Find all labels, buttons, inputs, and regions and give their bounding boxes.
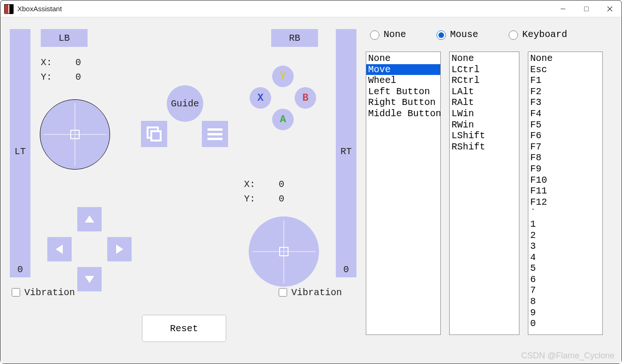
list-item[interactable]: 5	[528, 263, 602, 274]
mapping-mode-radios: None Mouse Keyboard	[366, 29, 612, 40]
right-stick-x: 0	[279, 179, 284, 190]
left-trigger[interactable]: LT 0	[10, 29, 30, 277]
svg-rect-5	[151, 131, 161, 141]
list-item[interactable]: F4	[528, 108, 602, 119]
right-stick[interactable]	[249, 216, 319, 287]
list-item[interactable]: 1	[528, 219, 602, 230]
list-item[interactable]: Left Button	[366, 86, 440, 97]
svg-rect-6	[207, 128, 222, 131]
list-item[interactable]: F5	[528, 119, 602, 131]
mapping-lists: NoneMoveWheelLeft ButtonRight ButtonMidd…	[366, 52, 612, 357]
mapping-area: None Mouse Keyboard NoneMoveWheelLeft Bu…	[366, 29, 612, 357]
left-trigger-label: LT	[15, 146, 26, 157]
radio-none-input[interactable]	[370, 30, 379, 40]
list-item[interactable]: F11	[528, 186, 602, 197]
left-stick-x-label: X:	[41, 57, 52, 68]
svg-marker-12	[116, 245, 123, 254]
right-stick-y: 0	[279, 193, 284, 204]
list-item[interactable]: LAlt	[450, 86, 519, 97]
dpad-up[interactable]	[77, 207, 102, 231]
list-item[interactable]: F10	[528, 175, 602, 186]
list-item[interactable]: Right Button	[366, 97, 440, 108]
list-item[interactable]: 9	[528, 307, 602, 319]
right-vibration[interactable]: Vibration	[277, 287, 342, 298]
back-button[interactable]	[141, 121, 167, 147]
left-stick-x: 0	[75, 57, 81, 68]
list-item[interactable]: F2	[528, 86, 602, 97]
list-item[interactable]: LCtrl	[450, 64, 519, 75]
mouse-list[interactable]: NoneMoveWheelLeft ButtonRight ButtonMidd…	[366, 52, 441, 335]
left-stick-readout: X:0 Y:0	[41, 57, 81, 86]
list-item[interactable]: None	[450, 53, 519, 64]
guide-button[interactable]: Guide	[167, 85, 203, 122]
left-vibration-checkbox[interactable]	[12, 288, 20, 297]
radio-mouse-input[interactable]	[437, 30, 446, 40]
face-button-a[interactable]: A	[272, 109, 294, 130]
list-item[interactable]: RAlt	[450, 97, 519, 108]
list-item[interactable]: F1	[528, 75, 602, 86]
keyboard-list[interactable]: NoneEscF1F2F3F4F5F6F7F8F9F10F11F12`12345…	[528, 52, 603, 335]
svg-rect-7	[207, 133, 222, 135]
left-vibration[interactable]: Vibration	[10, 287, 75, 298]
back-icon	[146, 126, 162, 142]
right-vibration-checkbox[interactable]	[279, 288, 287, 297]
radio-none[interactable]: None	[368, 29, 406, 40]
right-stick-y-label: Y:	[244, 193, 255, 204]
list-item[interactable]: Esc	[528, 64, 602, 75]
left-trigger-value: 0	[17, 264, 23, 275]
radio-keyboard[interactable]: Keyboard	[506, 29, 567, 40]
right-vibration-label: Vibration	[291, 287, 342, 298]
left-stick[interactable]	[40, 99, 110, 170]
dpad-left[interactable]	[47, 237, 72, 261]
list-item[interactable]: 0	[528, 318, 602, 329]
app-icon	[4, 4, 14, 14]
list-item[interactable]: 7	[528, 285, 602, 296]
close-button[interactable]	[598, 0, 622, 17]
maximize-button[interactable]	[575, 0, 598, 17]
list-item[interactable]: F8	[528, 152, 602, 163]
list-item[interactable]: 4	[528, 252, 602, 263]
face-button-x[interactable]: X	[250, 87, 271, 109]
list-item[interactable]: None	[366, 53, 440, 64]
content: LT 0 RT 0 LB RB X:0 Y:0 X:0 Y:0 Guide Y …	[0, 17, 622, 364]
left-stick-y: 0	[75, 72, 81, 82]
list-item[interactable]: F12	[528, 197, 602, 208]
list-item[interactable]: None	[528, 53, 602, 64]
list-item[interactable]: 6	[528, 274, 602, 285]
left-bumper[interactable]: LB	[41, 29, 88, 47]
minimize-button[interactable]	[551, 0, 575, 17]
dpad-down[interactable]	[77, 267, 102, 291]
list-item[interactable]: 8	[528, 296, 602, 307]
list-item[interactable]: RShift	[450, 141, 519, 153]
list-item[interactable]: `	[528, 208, 602, 219]
list-item[interactable]: RCtrl	[450, 75, 519, 86]
list-item[interactable]: 3	[528, 241, 602, 252]
app-window: XboxAssistant LT 0 RT 0 LB RB X:0 Y:0	[0, 0, 622, 364]
list-item[interactable]: F9	[528, 163, 602, 175]
right-trigger-value: 0	[343, 264, 349, 275]
menu-button[interactable]	[202, 121, 228, 147]
list-item[interactable]: 2	[528, 230, 602, 241]
right-stick-x-label: X:	[244, 179, 255, 190]
modifier-list[interactable]: NoneLCtrlRCtrlLAltRAltLWinRWinLShiftRShi…	[449, 52, 519, 335]
svg-rect-1	[585, 7, 589, 11]
right-trigger[interactable]: RT 0	[336, 29, 356, 277]
svg-marker-9	[85, 215, 94, 223]
list-item[interactable]: Wheel	[366, 75, 440, 86]
radio-keyboard-input[interactable]	[509, 30, 518, 40]
face-button-y[interactable]: Y	[272, 66, 294, 87]
radio-mouse[interactable]: Mouse	[434, 29, 478, 40]
list-item[interactable]: Middle Button	[366, 108, 440, 119]
list-item[interactable]: F6	[528, 130, 602, 141]
window-title: XboxAssistant	[17, 5, 62, 13]
reset-button[interactable]: Reset	[142, 315, 226, 342]
dpad-right[interactable]	[107, 237, 132, 261]
face-button-b[interactable]: B	[295, 87, 316, 109]
list-item[interactable]: F3	[528, 97, 602, 108]
list-item[interactable]: LShift	[450, 130, 519, 141]
right-bumper[interactable]: RB	[271, 29, 318, 47]
list-item[interactable]: RWin	[450, 119, 519, 131]
list-item[interactable]: LWin	[450, 108, 519, 119]
list-item[interactable]: Move	[366, 64, 440, 75]
list-item[interactable]: F7	[528, 141, 602, 153]
